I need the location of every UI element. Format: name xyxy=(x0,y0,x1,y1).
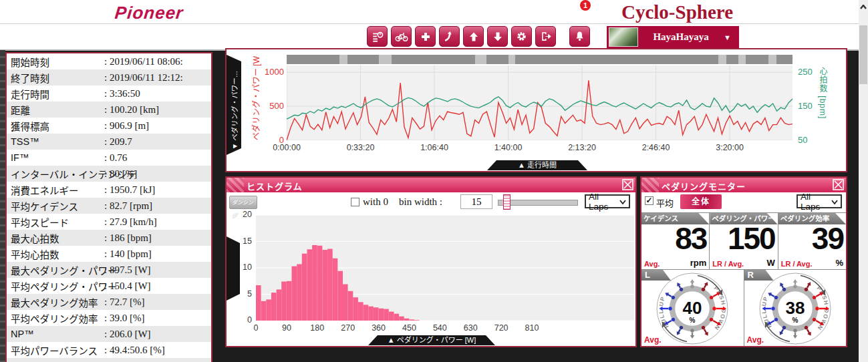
bin-width-input[interactable] xyxy=(460,194,492,209)
histogram-bar xyxy=(368,307,374,321)
stats-row: 距離: 100.20 [km] xyxy=(7,102,211,118)
x-axis-tick: 1:06:40 xyxy=(411,143,458,152)
stat-label: 平均ケイデンス xyxy=(7,199,78,213)
stat-value: : 206.0 [W] xyxy=(104,329,151,340)
scrollbar-thumb[interactable] xyxy=(859,25,867,84)
upload-button[interactable] xyxy=(463,26,484,47)
metric-caption: LR / Avg. xyxy=(781,260,813,268)
notifications-button[interactable] xyxy=(569,26,590,47)
metric-caption: LR / Avg. xyxy=(712,260,744,268)
ride-chart-bottom-tab[interactable]: ▲ 走行時間 xyxy=(487,160,587,170)
bin-width-slider-handle[interactable] xyxy=(503,194,511,210)
stats-row: 平均パワーバランス: 49.4:50.6 [%] xyxy=(7,342,211,358)
user-name: HayaHayaya xyxy=(638,31,724,43)
stats-row: 走行時間: 3:36:50 xyxy=(7,85,211,102)
with-zero-label: with 0 xyxy=(363,196,388,208)
stat-value: : 2019/06/11 12:12: xyxy=(104,72,183,83)
course-button[interactable] xyxy=(439,26,460,47)
metric-value: 39 xyxy=(812,221,843,256)
stat-label: 最大ペダリング効率 xyxy=(7,295,98,309)
histogram-bar xyxy=(394,314,400,321)
overall-badge[interactable]: 全体 xyxy=(680,194,722,209)
logout-button[interactable] xyxy=(535,26,556,47)
stat-value: : 49.4:50.6 [%] xyxy=(104,345,165,356)
stats-row: IF™: 0.76 xyxy=(7,150,211,166)
stat-label: 最大心拍数 xyxy=(7,231,59,245)
pedaling-gauge-R: PULL UPPUSH DOWN38%RAvg. xyxy=(744,270,847,346)
ride-line-chart xyxy=(287,65,792,140)
stats-row: 消費エネルギー: 1950.7 [kJ] xyxy=(7,182,211,198)
pedaling-title: ペダリングモニター xyxy=(662,180,746,192)
histogram-bar xyxy=(292,266,297,321)
hist-x-tick: 0 xyxy=(243,323,269,333)
histogram-bar xyxy=(312,245,317,321)
close-icon xyxy=(622,181,633,192)
chevron-down-icon xyxy=(619,196,626,206)
histogram-bar xyxy=(353,297,358,321)
histogram-bar xyxy=(317,246,323,321)
histogram-side-tab[interactable]: ▼ 走行時間 xyxy=(227,236,240,301)
histogram-bar xyxy=(343,285,348,321)
hist-x-tick: 360 xyxy=(366,323,392,333)
bike-icon xyxy=(395,31,408,43)
ride-list-button[interactable] xyxy=(367,26,388,47)
stats-row: インターバル・インテンシテ: 80 [%] xyxy=(7,166,211,182)
metric-cell: ケイデンス83Avg.rpm xyxy=(641,213,710,269)
with-zero-checkbox[interactable] xyxy=(351,198,359,206)
hist-x-tick: 180 xyxy=(304,323,331,333)
gauge-unit: % xyxy=(792,317,798,324)
x-axis-tick: 3:20:00 xyxy=(706,143,753,152)
dancing-badge[interactable]: ダンシング xyxy=(229,196,257,209)
stat-label: 最大ペダリング・パワー xyxy=(7,263,118,277)
histogram-bar xyxy=(389,312,394,321)
gauge-dial: PULL UPPUSH DOWN38% xyxy=(758,271,833,346)
chart-range-selector[interactable] xyxy=(287,55,792,64)
stats-row: 平均心拍数: 140 [bpm] xyxy=(7,246,211,262)
left-collapsed-strip[interactable] xyxy=(0,50,5,362)
stat-value: : 140 [bpm] xyxy=(104,248,152,260)
add-button[interactable] xyxy=(415,26,436,47)
download-button[interactable] xyxy=(487,26,508,47)
pedaling-monitor-panel: ペダリングモニター ✓ 平均 全体 All Laps ケイデンス83Avg.rp… xyxy=(640,176,847,347)
selector-segment xyxy=(379,55,392,64)
stats-row: 最大ペダリング・パワー: 897.5 [W] xyxy=(7,262,211,278)
x-axis-tick: 2:13:20 xyxy=(559,143,605,152)
histogram-bar xyxy=(410,319,415,321)
histogram-bar xyxy=(302,254,307,321)
stat-value: : 150.4 [W] xyxy=(104,281,151,292)
close-button[interactable] xyxy=(622,179,633,190)
stat-label: 開始時刻 xyxy=(7,55,49,69)
stat-label: 平均ペダリング効率 xyxy=(7,311,98,325)
x-axis-tick: 0:00:00 xyxy=(263,143,310,152)
close-button[interactable] xyxy=(833,179,844,190)
stat-label: 終了時刻 xyxy=(7,71,49,85)
selector-segment xyxy=(738,55,746,64)
user-menu[interactable]: HayaHayaya ▼ xyxy=(607,26,739,48)
metric-caption: Avg. xyxy=(644,260,660,268)
histogram-bottom-tab[interactable]: ▲ ペダリング・パワー [W] xyxy=(368,335,495,345)
stats-row: 平均ペダリング・パワー: 150.4 [W] xyxy=(7,278,211,294)
histogram-bar xyxy=(414,320,420,321)
lap-select[interactable]: All Laps xyxy=(585,194,630,208)
scrollbar-up-button[interactable] xyxy=(859,0,868,12)
histogram-bar xyxy=(327,249,333,321)
ride-chart-side-tab[interactable]: ▼ ペダリング・パワー… xyxy=(227,55,241,155)
stat-value: : 906.9 [m] xyxy=(104,120,149,132)
stat-label: TSS™ xyxy=(7,136,39,147)
selector-segment xyxy=(718,55,726,64)
lap-select[interactable]: All Laps xyxy=(797,194,842,208)
stat-label: 平均ペダリング・パワー xyxy=(7,279,118,293)
bike-button[interactable] xyxy=(391,26,412,47)
selector-segment xyxy=(768,55,776,64)
pedaling-gauges: PULL UPPUSH DOWN40%LAvg.PULL UPPUSH DOWN… xyxy=(641,270,846,346)
stat-value: : 2019/06/11 08:06: xyxy=(104,56,183,67)
stat-label: 獲得標高 xyxy=(7,119,49,133)
x-axis-tick: 1:40:00 xyxy=(485,143,532,152)
average-checkbox[interactable]: ✓ xyxy=(645,196,654,205)
stats-row: 最大ペダリング効率: 72.7 [%] xyxy=(7,294,211,310)
hist-x-tick: 90 xyxy=(273,323,300,333)
selector-segment xyxy=(475,55,486,64)
settings-button[interactable] xyxy=(511,26,532,47)
histogram-panel: ヒストグラム ダンシング with 0 bin width : All Laps… xyxy=(225,176,637,347)
pioneer-logo: Pioneer xyxy=(114,3,184,23)
